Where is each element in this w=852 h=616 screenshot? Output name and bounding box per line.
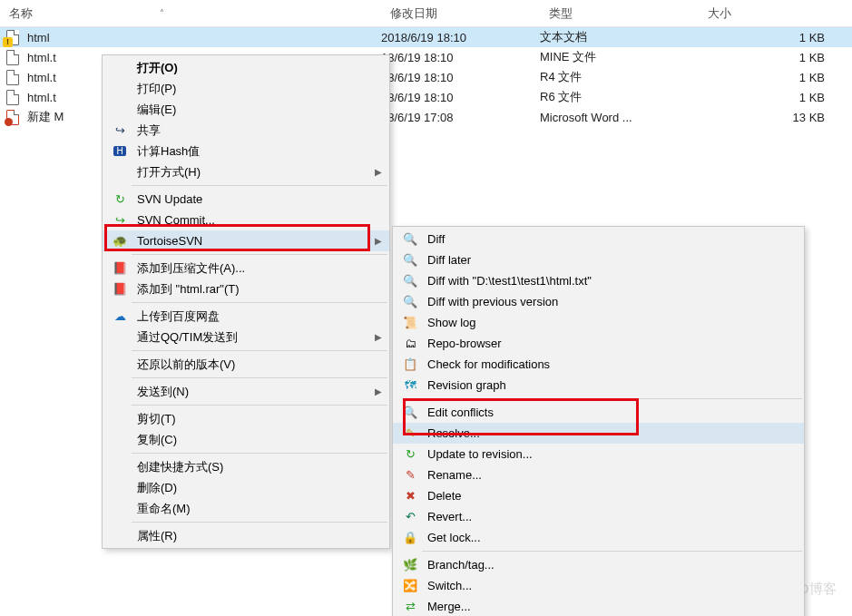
repo-icon: 🗂 [398, 337, 422, 350]
submenu-diff-prev[interactable]: 🔍Diff with previous version [393, 291, 804, 312]
svn-update-icon: ↻ [108, 192, 132, 206]
col-name[interactable]: 名称 ˄ [0, 5, 381, 22]
submenu-resolve[interactable]: ✎Resolve... [393, 423, 804, 444]
submenu-check-mod[interactable]: 📋Check for modifications [393, 354, 804, 375]
file-size: 1 KB [699, 31, 852, 44]
diff-icon: 🔍 [398, 253, 422, 267]
submenu-update-rev[interactable]: ↻Update to revision... [393, 444, 804, 464]
col-size[interactable]: 大小 [699, 5, 852, 22]
graph-icon: 🗺 [398, 378, 422, 392]
col-type[interactable]: 类型 [540, 5, 699, 22]
submenu-edit-conflicts[interactable]: 🔍Edit conflicts [393, 402, 804, 423]
menu-qq-tim[interactable]: 通过QQ/TIM发送到▶ [103, 327, 389, 347]
check-icon: 📋 [398, 357, 422, 371]
delete-icon: ✖ [398, 489, 422, 503]
branch-icon: 🌿 [398, 558, 422, 572]
file-icon [0, 110, 25, 125]
tortoise-icon: 🐢 [108, 234, 132, 248]
submenu-show-log[interactable]: 📜Show log [393, 312, 804, 333]
file-type: R6 文件 [540, 89, 699, 105]
file-icon [0, 50, 25, 65]
file-size: 1 KB [699, 71, 852, 84]
context-menu: 打开(O) 打印(P) 编辑(E) ↪共享 H计算Hash值 打开方式(H)▶ … [102, 54, 390, 549]
diff-icon: 🔍 [398, 274, 422, 288]
menu-add-rar[interactable]: 📕添加到 "html.rar"(T) [103, 279, 389, 299]
file-row[interactable]: html 2018/6/19 18:10 文本文档 1 KB [0, 27, 852, 47]
submenu-diff[interactable]: 🔍Diff [393, 229, 804, 249]
submenu-diff-with[interactable]: 🔍Diff with "D:\test1\test1\html.txt" [393, 270, 804, 291]
diff-icon: 🔍 [398, 232, 422, 246]
col-date[interactable]: 修改日期 [381, 5, 540, 22]
menu-baidu[interactable]: ☁上传到百度网盘 [103, 306, 389, 327]
file-date: 18/6/19 17:08 [381, 111, 540, 124]
hash-icon: H [108, 146, 132, 156]
submenu-arrow-icon: ▶ [375, 386, 382, 396]
menu-print[interactable]: 打印(P) [103, 78, 389, 99]
conflict-icon: 🔍 [398, 406, 422, 419]
revert-icon: ↶ [398, 510, 422, 523]
menu-add-archive[interactable]: 📕添加到压缩文件(A)... [103, 258, 389, 279]
merge-icon: ⇄ [398, 600, 422, 613]
svn-commit-icon: ↪ [108, 213, 132, 227]
file-size: 1 KB [699, 51, 852, 64]
submenu-switch[interactable]: 🔀Switch... [393, 575, 804, 596]
rar-icon: 📕 [108, 261, 132, 275]
menu-hash[interactable]: H计算Hash值 [103, 141, 389, 161]
submenu-rev-graph[interactable]: 🗺Revision graph [393, 375, 804, 396]
submenu-rename[interactable]: ✎Rename... [393, 464, 804, 485]
menu-svn-commit[interactable]: ↪SVN Commit... [103, 210, 389, 230]
submenu-arrow-icon: ▶ [375, 236, 382, 246]
menu-tortoisesvn[interactable]: 🐢TortoiseSVN▶ [103, 230, 389, 251]
col-name-label: 名称 [9, 5, 33, 22]
submenu-diff-later[interactable]: 🔍Diff later [393, 249, 804, 270]
cloud-icon: ☁ [108, 309, 132, 323]
menu-copy[interactable]: 复制(C) [103, 429, 389, 450]
submenu-delete[interactable]: ✖Delete [393, 485, 804, 506]
switch-icon: 🔀 [398, 579, 422, 592]
submenu-repo-browser[interactable]: 🗂Repo-browser [393, 333, 804, 354]
update-icon: ↻ [398, 447, 422, 461]
share-icon: ↪ [108, 123, 132, 137]
file-size: 13 KB [699, 111, 852, 124]
rar-icon: 📕 [108, 282, 132, 296]
resolve-icon: ✎ [398, 426, 422, 440]
menu-open[interactable]: 打开(O) [103, 57, 389, 78]
file-date: 18/6/19 18:10 [381, 71, 540, 84]
menu-open-with[interactable]: 打开方式(H)▶ [103, 161, 389, 182]
log-icon: 📜 [398, 316, 422, 329]
file-type: 文本文档 [540, 29, 699, 45]
submenu-revert[interactable]: ↶Revert... [393, 506, 804, 527]
submenu-arrow-icon: ▶ [375, 167, 382, 177]
diff-icon: 🔍 [398, 295, 422, 308]
menu-restore[interactable]: 还原以前的版本(V) [103, 354, 389, 375]
file-icon [0, 70, 25, 85]
column-header[interactable]: 名称 ˄ 修改日期 类型 大小 [0, 0, 852, 27]
file-name: html [25, 31, 381, 44]
file-date: 18/6/19 18:10 [381, 51, 540, 64]
menu-delete[interactable]: 删除(D) [103, 477, 389, 498]
submenu-arrow-icon: ▶ [375, 332, 382, 342]
submenu-get-lock[interactable]: 🔒Get lock... [393, 527, 804, 548]
file-date: 18/6/19 18:10 [381, 91, 540, 104]
lock-icon: 🔒 [398, 531, 422, 544]
tortoise-submenu: 🔍Diff 🔍Diff later 🔍Diff with "D:\test1\t… [392, 226, 805, 616]
file-type: MINE 文件 [540, 49, 699, 65]
menu-create-shortcut[interactable]: 创建快捷方式(S) [103, 456, 389, 477]
menu-edit[interactable]: 编辑(E) [103, 99, 389, 120]
file-date: 2018/6/19 18:10 [381, 31, 540, 44]
file-icon [0, 30, 25, 45]
file-icon [0, 90, 25, 105]
sort-chevron-icon: ˄ [160, 8, 164, 18]
rename-icon: ✎ [398, 468, 422, 482]
menu-rename[interactable]: 重命名(M) [103, 498, 389, 519]
menu-cut[interactable]: 剪切(T) [103, 408, 389, 429]
menu-svn-update[interactable]: ↻SVN Update [103, 189, 389, 210]
menu-properties[interactable]: 属性(R) [103, 525, 389, 546]
file-size: 1 KB [699, 91, 852, 104]
file-type: Microsoft Word ... [540, 111, 699, 124]
menu-send-to[interactable]: 发送到(N)▶ [103, 381, 389, 402]
file-type: R4 文件 [540, 69, 699, 85]
menu-share[interactable]: ↪共享 [103, 120, 389, 141]
submenu-branch[interactable]: 🌿Branch/tag... [393, 554, 804, 575]
submenu-merge[interactable]: ⇄Merge... [393, 596, 804, 616]
